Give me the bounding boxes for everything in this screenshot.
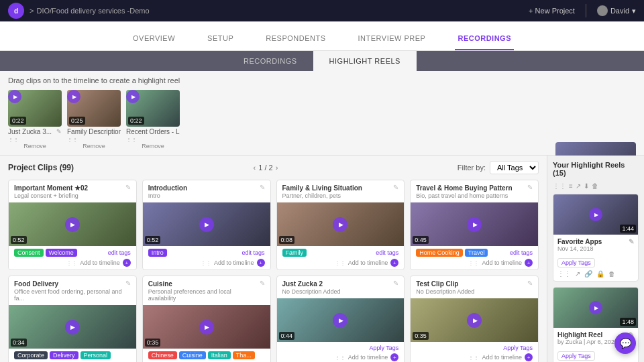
clip-remove-button[interactable]: Remove	[67, 143, 121, 149]
video-play-button[interactable]	[65, 217, 80, 232]
nav-interview-prep[interactable]: INTERVIEW PREP	[356, 27, 429, 50]
nav-overview[interactable]: OVERVIEW	[130, 27, 178, 50]
tag[interactable]: Cuisine	[179, 351, 206, 359]
chat-widget[interactable]: 💬	[614, 333, 636, 354]
clip-card-subtitle: No Description Added	[416, 288, 474, 295]
apply-tags-button[interactable]: Apply Tags	[369, 345, 398, 351]
reel-play-button[interactable]	[589, 301, 602, 314]
grid-dots: ⋮⋮	[335, 355, 345, 361]
reel-apply-tags-button[interactable]: Apply Tags	[557, 258, 595, 267]
clip-card-subtitle: Office event food ordering, personal and…	[14, 288, 125, 302]
tag[interactable]: Chinese	[148, 351, 177, 359]
clip-edit-icon[interactable]: ✎	[125, 280, 131, 287]
clip-edit-icon[interactable]: ✎	[527, 184, 533, 191]
main-nav: OVERVIEW SETUP RESPONDENTS INTERVIEW PRE…	[0, 21, 644, 51]
tag[interactable]: Consent	[14, 249, 44, 257]
clip-card-subtitle: Intro	[148, 192, 187, 199]
tag[interactable]: Personal	[80, 351, 111, 359]
nav-setup[interactable]: SETUP	[205, 27, 236, 50]
clip-edit-icon[interactable]: ✎	[527, 280, 533, 287]
tag[interactable]: Tha...	[233, 351, 255, 359]
grid-dots: ⋮⋮	[468, 355, 479, 361]
reel-apply-tags-button[interactable]: Apply Tags	[557, 351, 595, 361]
tag[interactable]: Welcome	[46, 249, 77, 257]
tab-recordings[interactable]: RECORDINGS	[227, 51, 313, 71]
delete-icon[interactable]: 🗑	[592, 182, 598, 190]
new-project-button[interactable]: + New Project	[529, 7, 575, 15]
tag[interactable]: Italian	[208, 351, 231, 359]
add-to-timeline-button[interactable]: +	[123, 259, 131, 267]
tag[interactable]: Family	[282, 249, 307, 257]
video-play-button[interactable]	[65, 320, 80, 335]
add-to-timeline-button[interactable]: +	[525, 259, 533, 267]
tag[interactable]: Home Cooking	[416, 249, 463, 257]
download-icon[interactable]: ⬇	[584, 182, 589, 190]
filter-select[interactable]: All Tags	[490, 161, 539, 174]
clip-card-footer: Corporate Delivery Personal edit tags ⋮⋮…	[9, 349, 136, 362]
video-duration: 0:34	[11, 339, 27, 347]
prev-page-button[interactable]: ‹	[254, 164, 256, 172]
list-view-icon[interactable]: ≡	[569, 182, 573, 190]
clip-card-video: 0:45	[411, 202, 538, 246]
grid-icon: ⋮⋮	[67, 137, 78, 143]
tag[interactable]: Corporate	[14, 351, 48, 359]
reel-share-icon[interactable]: ↗	[575, 270, 580, 278]
breadcrumb-project[interactable]: DIO/Food delivery services -Demo	[36, 7, 149, 15]
video-play-button[interactable]	[333, 217, 347, 232]
clip-edit-icon[interactable]: ✎	[260, 184, 265, 191]
clip-edit-icon[interactable]: ✎	[260, 280, 265, 287]
nav-recordings[interactable]: RECORDINGS	[455, 27, 514, 50]
reel-card: 1:44 Favorite Apps ✎ Nov 14, 2018 Apply …	[553, 194, 639, 282]
add-to-timeline-button[interactable]: +	[257, 259, 265, 267]
clip-edit-icon[interactable]: ✎	[393, 184, 398, 191]
tags-row: Chinese Cuisine Italian Tha... edit tags	[148, 351, 265, 362]
clip-edit-icon[interactable]: ✎	[56, 128, 62, 135]
tag[interactable]: Intro	[148, 249, 167, 257]
video-play-button[interactable]	[199, 217, 214, 232]
reel-grid-icon[interactable]: ⋮⋮	[557, 270, 571, 278]
add-to-timeline-button[interactable]: +	[390, 353, 398, 361]
video-play-button[interactable]	[199, 320, 214, 335]
clip-play-button[interactable]	[8, 90, 21, 103]
reel-lock-icon[interactable]: 🔒	[596, 270, 604, 278]
nav-respondents[interactable]: RESPONDENTS	[263, 27, 328, 50]
edit-tags-button[interactable]: edit tags	[241, 249, 264, 256]
tag[interactable]: Delivery	[50, 351, 78, 359]
clip-remove-button[interactable]: Remove	[8, 143, 62, 149]
clip-remove-button[interactable]: Remove	[126, 143, 180, 149]
main-content: Project Clips (99) ‹ 1 / 2 › Filter by: …	[0, 156, 644, 362]
reel-duration: 1:48	[620, 318, 636, 326]
user-name: David	[610, 7, 629, 15]
reel-play-button[interactable]	[589, 208, 602, 221]
add-to-timeline-button[interactable]: +	[390, 259, 398, 267]
clip-play-button[interactable]	[126, 90, 140, 103]
clip-play-button[interactable]	[67, 90, 80, 103]
video-play-button[interactable]	[467, 217, 482, 232]
clip-card-header: Test Clip Clip No Description Added ✎	[411, 276, 538, 298]
user-menu[interactable]: David ▾	[597, 5, 636, 16]
grid-view-icon[interactable]: ⋮⋮	[553, 182, 566, 190]
edit-tags-button[interactable]: edit tags	[108, 249, 131, 256]
reels-sidebar: Your Highlight Reels (15) ⋮⋮ ≡ ↗ ⬇ 🗑 1:4…	[547, 156, 644, 362]
reel-link-icon[interactable]: 🔗	[584, 270, 592, 278]
tags-row: Consent Welcome edit tags	[14, 249, 131, 257]
reel-delete-icon[interactable]: 🗑	[608, 270, 615, 278]
video-play-button[interactable]	[467, 313, 482, 328]
tab-highlight-reels[interactable]: HIGHLIGHT REELS	[313, 51, 417, 71]
video-play-button[interactable]	[333, 313, 347, 328]
clip-card-video: 0:35	[411, 298, 538, 342]
apply-tags-button[interactable]: Apply Tags	[503, 345, 533, 351]
clip-card-footer: Consent Welcome edit tags ⋮⋮ Add to time…	[9, 246, 136, 269]
sub-tabs: RECORDINGS HIGHLIGHT REELS	[0, 51, 644, 71]
edit-tags-button[interactable]: edit tags	[510, 249, 533, 256]
video-duration: 0:45	[413, 236, 429, 244]
clip-edit-icon[interactable]: ✎	[125, 184, 131, 191]
add-to-timeline-button[interactable]: +	[525, 353, 533, 361]
edit-tags-button[interactable]: edit tags	[376, 249, 398, 256]
reels-sidebar-title: Your Highlight Reels (15)	[553, 161, 639, 177]
reel-edit-icon[interactable]: ✎	[629, 238, 634, 245]
share-icon[interactable]: ↗	[576, 182, 581, 190]
clip-edit-icon[interactable]: ✎	[393, 280, 398, 287]
next-page-button[interactable]: ›	[276, 164, 278, 172]
tag[interactable]: Travel	[465, 249, 488, 257]
